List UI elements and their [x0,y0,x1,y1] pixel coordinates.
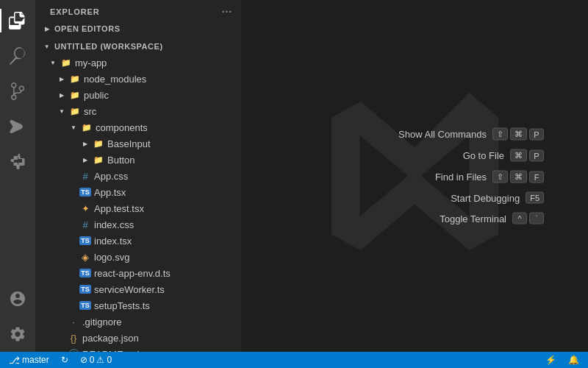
git-icon: · [68,316,79,328]
myapp-label: my-app [75,57,107,68]
shortcut-row-0: Show All Commands ⇧ ⌘ P [398,128,544,141]
sidebar-content: OPEN EDITORS UNTITLED (WORKSPACE) 📁 my-a… [35,21,241,352]
kbd-meta: ⌘ [510,149,527,162]
test-icon: ✦ [79,202,91,214]
baseinput-label: BaseInput [107,138,151,149]
status-right: ⚡ 🔔 [542,355,582,365]
shortcut-label-3: Start Debugging [451,192,520,203]
error-count: 0 [90,355,95,365]
tree-button[interactable]: 📁 Button [35,152,241,168]
tree-public[interactable]: 📁 public [35,87,241,103]
kbd-ctrl: ^ [512,213,527,224]
src-label: src [84,106,96,117]
folder-icon: 📁 [93,138,104,149]
sidebar-title: EXPLORER [50,7,100,16]
open-editors-label: OPEN EDITORS [54,24,121,33]
open-editors-header[interactable]: OPEN EDITORS [35,21,241,37]
kbd-group-1: ⌘ P [510,149,544,162]
css-icon: # [79,170,91,182]
kbd-group-3: F5 [526,192,544,204]
kbd-f5: F5 [526,192,544,204]
ts-icon: TS [79,186,91,198]
tree-baseinput[interactable]: 📁 BaseInput [35,135,241,152]
tree-readme[interactable]: ⓘ README.md [35,346,241,352]
tree-node-modules[interactable]: 📁 node_modules [35,71,241,87]
folder-icon: 📁 [69,105,81,117]
status-bar: ⎇ master ↻ ⊘ 0 ⚠ 0 ⚡ 🔔 [0,352,588,368]
activity-bottom-icons [0,281,35,352]
activity-settings[interactable] [0,316,35,352]
status-sync[interactable]: ↻ [58,355,71,365]
tree-index-css[interactable]: # index.css [35,216,241,233]
activity-explorer[interactable] [0,3,35,38]
tree-react-app-env[interactable]: TS react-app-env.d.ts [35,265,241,281]
ts-icon: TS [79,235,91,247]
shortcut-label-4: Toggle Terminal [440,213,506,224]
kbd-group-4: ^ ` [512,213,544,224]
tree-setuptests[interactable]: TS setupTests.ts [35,297,241,314]
shortcut-row-4: Toggle Terminal ^ ` [398,213,544,224]
svg-icon: ◈ [79,251,91,263]
node-modules-chevron [56,73,68,85]
serviceworker-label: serviceWorker.ts [94,284,165,295]
shortcuts-panel: Show All Commands ⇧ ⌘ P Go to File ⌘ P F… [398,128,544,224]
tree-serviceworker[interactable]: TS serviceWorker.ts [35,281,241,297]
tree-src[interactable]: 📁 src [35,103,241,119]
shortcut-label-1: Go to File [463,150,504,161]
kbd-meta: ⌘ [510,171,527,183]
workspace-header[interactable]: UNTITLED (WORKSPACE) [35,38,241,54]
activity-extensions[interactable] [0,144,35,180]
tree-gitignore[interactable]: · .gitignore [35,314,241,330]
activity-run[interactable] [0,109,35,144]
tree-app-tsx[interactable]: TS App.tsx [35,184,241,200]
status-branch[interactable]: ⎇ master [6,355,52,366]
branch-icon: ⎇ [9,355,20,366]
gitignore-label: .gitignore [82,316,121,328]
more-icon[interactable]: ··· [222,6,232,18]
baseinput-chevron [79,138,91,149]
tree-app-test-tsx[interactable]: ✦ App.test.tsx [35,200,241,216]
kbd-p: P [529,128,544,140]
kbd-group-2: ⇧ ⌘ F [492,171,544,183]
tree-root-myapp[interactable]: 📁 my-app [35,54,241,71]
setuptests-label: setupTests.ts [94,300,150,311]
kbd-group-0: ⇧ ⌘ P [492,128,544,141]
shortcut-label-2: Find in Files [435,171,487,183]
folder-icon: 📁 [69,89,81,101]
public-chevron [56,89,68,101]
tree-logo-svg[interactable]: ◈ logo.svg [35,249,241,265]
workspace-chevron [41,40,53,52]
ts-icon: TS [79,283,91,295]
app-test-tsx-label: App.test.tsx [94,203,144,214]
react-app-env-label: react-app-env.d.ts [94,268,171,279]
sync-icon: ↻ [61,355,68,365]
folder-icon: 📁 [60,57,72,68]
public-label: public [84,90,109,101]
tree-index-tsx[interactable]: TS index.tsx [35,233,241,249]
activity-bar [0,0,35,352]
sidebar-header: EXPLORER ··· [35,0,241,21]
kbd-meta: ⌘ [510,128,527,141]
status-remote[interactable]: ⚡ [542,355,559,365]
warning-count: 0 [107,355,112,365]
activity-account[interactable] [0,281,35,316]
workspace-label: UNTITLED (WORKSPACE) [54,42,163,51]
kbd-p: P [529,149,544,161]
tree-app-css[interactable]: # App.css [35,168,241,184]
myapp-chevron [47,57,59,68]
activity-search[interactable] [0,38,35,74]
button-label: Button [107,155,135,166]
activity-source-control[interactable] [0,74,35,109]
open-editors-chevron [41,23,53,35]
status-errors[interactable]: ⊘ 0 ⚠ 0 [77,355,115,365]
status-notification[interactable]: 🔔 [565,355,582,365]
tree-package-json[interactable]: {} package.json [35,330,241,346]
css-icon: # [79,219,91,230]
logo-svg-label: logo.svg [94,252,129,263]
tree-components[interactable]: 📁 components [35,119,241,135]
kbd-backtick: ` [529,213,544,224]
shortcut-row-1: Go to File ⌘ P [398,149,544,162]
node-modules-label: node_modules [84,74,146,85]
ts-icon: TS [79,267,91,279]
folder-icon: 📁 [81,121,93,133]
